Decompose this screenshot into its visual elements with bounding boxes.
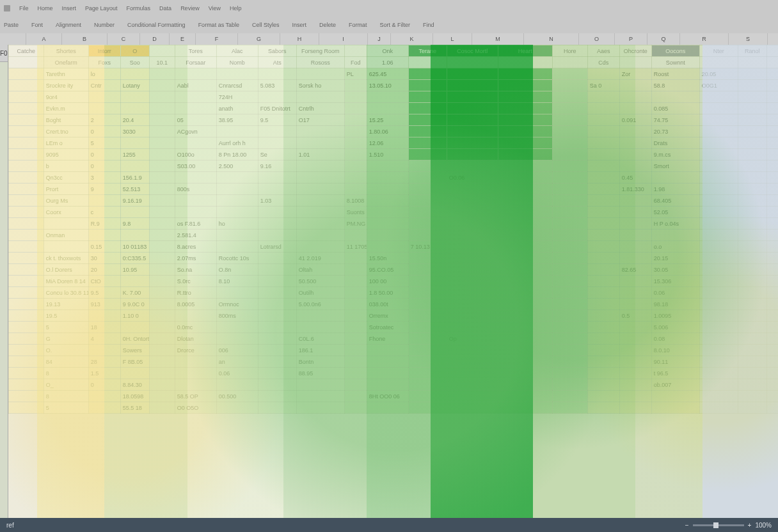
- data-cell[interactable]: [408, 322, 447, 333]
- data-cell[interactable]: [258, 230, 296, 241]
- data-cell[interactable]: [408, 276, 447, 287]
- data-cell[interactable]: 9or4: [44, 91, 88, 103]
- ribbon-tab[interactable]: Data: [159, 5, 171, 12]
- data-cell[interactable]: ob.007: [651, 379, 699, 391]
- data-cell[interactable]: 8 Pn 18.00: [216, 149, 258, 160]
- data-cell[interactable]: [766, 80, 778, 91]
- data-cell[interactable]: [619, 137, 651, 149]
- name-box[interactable]: F0: [0, 45, 8, 62]
- data-cell[interactable]: [258, 276, 296, 287]
- col-header[interactable]: O: [579, 33, 615, 45]
- data-cell[interactable]: [408, 114, 447, 126]
- data-cell[interactable]: [175, 91, 216, 103]
- data-cell[interactable]: [344, 184, 367, 195]
- table-row[interactable]: Onman2.581.4: [8, 230, 778, 241]
- data-cell[interactable]: [344, 276, 367, 287]
- table-row[interactable]: Evkn.manathF05 DnitotrtCntrlh0.085: [8, 103, 778, 114]
- data-cell[interactable]: 11 1705: [344, 241, 367, 253]
- data-cell[interactable]: [175, 103, 216, 114]
- data-cell[interactable]: [447, 276, 498, 287]
- data-cell[interactable]: [738, 68, 766, 80]
- data-cell[interactable]: 15.50n: [367, 253, 408, 264]
- data-cell[interactable]: [587, 172, 619, 184]
- data-cell[interactable]: 006: [216, 345, 258, 356]
- data-cell[interactable]: K. 7.00: [120, 287, 149, 299]
- data-cell[interactable]: [344, 345, 367, 356]
- data-cell[interactable]: [258, 356, 296, 368]
- data-cell[interactable]: [766, 91, 778, 103]
- table-row[interactable]: Boght220.40538.959.5O1715.250.09174.75: [8, 114, 778, 126]
- col-header[interactable]: E: [170, 33, 196, 45]
- data-cell[interactable]: 90.11: [651, 356, 699, 368]
- data-cell[interactable]: [587, 114, 619, 126]
- ribbon-tab[interactable]: Insert: [62, 5, 77, 12]
- data-cell[interactable]: [149, 310, 175, 322]
- data-cell[interactable]: [344, 80, 367, 91]
- data-cell[interactable]: [149, 287, 175, 299]
- data-cell[interactable]: [175, 195, 216, 207]
- ribbon-tab[interactable]: Page Layout: [85, 5, 118, 12]
- data-cell[interactable]: Orremx: [367, 310, 408, 322]
- data-cell[interactable]: [498, 91, 552, 103]
- table-row[interactable]: Qn3cc3156.1.9O0.060.45: [8, 172, 778, 184]
- data-cell[interactable]: Onman: [44, 230, 88, 241]
- data-cell[interactable]: [8, 80, 44, 91]
- data-cell[interactable]: [258, 345, 296, 356]
- data-cell[interactable]: [447, 126, 498, 137]
- col-header[interactable]: A: [26, 33, 62, 45]
- data-cell[interactable]: 9: [88, 184, 120, 195]
- data-cell[interactable]: 38.95: [216, 114, 258, 126]
- data-cell[interactable]: 0.5: [619, 310, 651, 322]
- table-row[interactable]: Crert.tno03030ACgovn1.80.0620.73: [8, 126, 778, 137]
- data-cell[interactable]: [8, 184, 44, 195]
- data-cell[interactable]: [619, 103, 651, 114]
- data-cell[interactable]: [344, 287, 367, 299]
- data-cell[interactable]: [344, 160, 367, 172]
- data-cell[interactable]: Srockre ity: [44, 80, 88, 91]
- data-cell[interactable]: [447, 160, 498, 172]
- data-cell[interactable]: [8, 322, 44, 333]
- data-cell[interactable]: 1.510: [367, 149, 408, 160]
- data-cell[interactable]: [498, 253, 552, 264]
- data-cell[interactable]: [498, 137, 552, 149]
- data-cell[interactable]: [216, 322, 258, 333]
- data-cell[interactable]: [699, 149, 738, 160]
- data-cell[interactable]: [738, 103, 766, 114]
- data-cell[interactable]: 20.15: [651, 253, 699, 264]
- data-cell[interactable]: [8, 103, 44, 114]
- data-cell[interactable]: Cntr: [88, 80, 120, 91]
- table-row[interactable]: Srockre ityCntrLotanyAablCnrarcsd5.083So…: [8, 80, 778, 91]
- data-cell[interactable]: [88, 402, 120, 414]
- table-row[interactable]: 0.1510 011838.acresLotrarsd11 17057 10.1…: [8, 241, 778, 253]
- data-cell[interactable]: [587, 241, 619, 253]
- table-row[interactable]: Concu lo 30.8 119.5K. 7.00R.ttroOutilh1.…: [8, 287, 778, 299]
- data-cell[interactable]: [44, 241, 88, 253]
- header-cell[interactable]: Oocons: [651, 45, 699, 57]
- table-row[interactable]: 555.5 18O0 O5O: [8, 402, 778, 414]
- data-cell[interactable]: 2.500: [216, 160, 258, 172]
- data-cell[interactable]: 0:C335.5: [120, 253, 149, 264]
- data-cell[interactable]: [344, 379, 367, 391]
- worksheet-table[interactable]: CatcheShortesIntorrOToresAlacSaborsForse…: [8, 45, 778, 414]
- data-cell[interactable]: [8, 276, 44, 287]
- data-cell[interactable]: LEm o: [44, 137, 88, 149]
- data-cell[interactable]: [619, 126, 651, 137]
- data-cell[interactable]: [8, 160, 44, 172]
- data-cell[interactable]: [344, 333, 367, 345]
- data-cell[interactable]: 1.5: [88, 368, 120, 379]
- data-cell[interactable]: [738, 126, 766, 137]
- data-cell[interactable]: [149, 356, 175, 368]
- table-row[interactable]: LEm o5Aurrl orh h12.06Drats: [8, 137, 778, 149]
- header-cell[interactable]: Rososs: [296, 57, 344, 68]
- data-cell[interactable]: [699, 379, 738, 391]
- zoom-slider[interactable]: [693, 524, 744, 526]
- data-cell[interactable]: [149, 137, 175, 149]
- table-row[interactable]: MiA Doren 8 14CtOS.0rc8.1050.500100 0015…: [8, 276, 778, 287]
- data-cell[interactable]: [619, 195, 651, 207]
- data-cell[interactable]: 20.05: [699, 68, 738, 80]
- data-cell[interactable]: [699, 172, 738, 184]
- data-cell[interactable]: 8.10: [216, 276, 258, 287]
- data-cell[interactable]: [766, 218, 778, 230]
- tool-number[interactable]: Number: [94, 22, 115, 28]
- data-cell[interactable]: [587, 356, 619, 368]
